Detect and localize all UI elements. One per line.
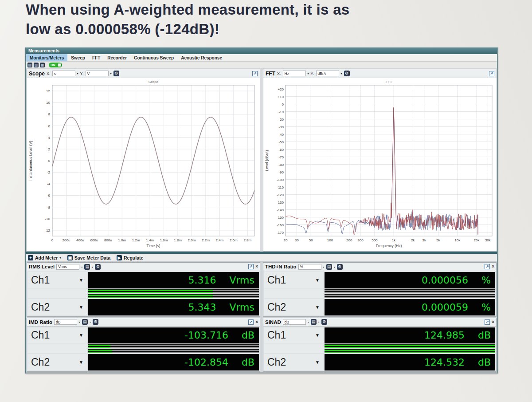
icon-toolbar: ▤ ▥ ▦ ON <box>26 62 497 69</box>
fft-settings-gear-icon[interactable]: ⚙ <box>344 71 350 76</box>
fft-x-caret-icon[interactable]: ▾ <box>308 72 309 75</box>
measurements-window: Measurements Monitors/Meters Sweep FFT R… <box>25 47 498 374</box>
unit-caret-icon[interactable]: ▾ <box>81 265 82 268</box>
svg-text:400u: 400u <box>76 238 84 242</box>
gear-icon[interactable]: ⚙ <box>93 319 98 325</box>
gear-icon[interactable]: ⚙ <box>337 264 343 270</box>
svg-text:-170: -170 <box>277 231 284 235</box>
chevron-down-icon: ▼ <box>315 333 320 338</box>
channel-selector-ch2[interactable]: Ch2 ▼ <box>264 354 324 370</box>
regulate-button[interactable]: ▶ Regulate <box>117 255 143 260</box>
scale-caret-icon[interactable]: ▾ <box>90 320 91 323</box>
channel-selector-ch1[interactable]: Ch1 ▼ <box>28 327 87 344</box>
export-icon[interactable]: ↗ <box>248 319 254 325</box>
export-icon[interactable]: ↗ <box>248 264 254 269</box>
layout-swap-icon[interactable]: ▦ <box>40 63 45 67</box>
fft-y-caret-icon[interactable]: ▾ <box>341 72 342 75</box>
svg-text:-30: -30 <box>278 125 284 129</box>
meter-panel-rms-level: RMS Level Vrms ▾ ▤ ▾ ⚙ ↗ × Ch1 ▼ 5.316 <box>27 262 260 317</box>
unit-caret-icon[interactable]: ▾ <box>79 320 80 323</box>
svg-text:-2: -2 <box>47 170 51 174</box>
chevron-down-icon: ▼ <box>315 360 320 365</box>
unit-dropdown[interactable]: dB <box>283 319 306 325</box>
svg-text:30k: 30k <box>485 238 491 242</box>
meter-header: RMS Level Vrms ▾ ▤ ▾ ⚙ ↗ × <box>27 263 260 271</box>
meter-body: Ch1 ▼ 0.000056 % <box>263 271 496 316</box>
svg-text:20: 20 <box>284 238 288 242</box>
unit-dropdown[interactable]: Vrms <box>56 264 79 270</box>
meter-name: SINAD <box>265 319 281 325</box>
channel-selector-ch1[interactable]: Ch1 ▼ <box>28 272 87 288</box>
scale-caret-icon[interactable]: ▾ <box>318 320 320 323</box>
scale-caret-icon[interactable]: ▾ <box>92 265 93 268</box>
toggle-knob <box>57 63 62 67</box>
tab-recorder[interactable]: Recorder <box>104 54 130 61</box>
channel-selector-ch1[interactable]: Ch1 ▼ <box>264 327 324 344</box>
add-meter-button[interactable]: + Add Meter ▾ <box>28 255 61 260</box>
level-bar-ch1 <box>88 344 259 348</box>
tab-sweep[interactable]: Sweep <box>67 54 89 61</box>
chevron-down-icon: ▼ <box>315 278 320 283</box>
fft-y-unit-dropdown[interactable]: dBrA <box>316 71 339 76</box>
unit-caret-icon[interactable]: ▾ <box>308 320 309 323</box>
gear-icon[interactable]: ⚙ <box>95 264 101 270</box>
svg-text:50: 50 <box>309 238 313 242</box>
scale-caret-icon[interactable]: ▾ <box>334 265 335 268</box>
scope-x-unit-dropdown[interactable]: s <box>52 71 75 76</box>
scale-icon[interactable]: ▤ <box>84 264 90 270</box>
add-meter-caret-icon: ▾ <box>59 256 61 260</box>
scope-x-label: X: <box>47 71 51 76</box>
gear-icon[interactable]: ⚙ <box>321 319 327 325</box>
bar-fill <box>88 345 110 348</box>
export-icon[interactable]: ↗ <box>485 319 490 325</box>
svg-text:Instantaneous Level (V): Instantaneous Level (V) <box>28 141 33 181</box>
close-icon[interactable]: × <box>492 319 494 325</box>
scope-y-unit-dropdown[interactable]: V <box>86 71 109 76</box>
tab-monitors-meters[interactable]: Monitors/Meters <box>26 54 67 61</box>
svg-text:300: 300 <box>357 238 364 242</box>
scope-y-caret-icon[interactable]: ▾ <box>110 72 112 75</box>
svg-text:Time (s): Time (s) <box>147 244 160 248</box>
scale-icon[interactable]: ▤ <box>311 319 317 325</box>
tab-acoustic-response[interactable]: Acoustic Response <box>177 54 226 61</box>
lcd-display-ch1: 5.316 Vrms <box>88 272 259 288</box>
svg-text:20k: 20k <box>474 238 480 242</box>
scope-export-icon[interactable]: ↗ <box>252 71 258 76</box>
close-icon[interactable]: × <box>255 319 258 325</box>
layout-split-icon[interactable]: ▥ <box>34 63 39 67</box>
channel-selector-ch2[interactable]: Ch2 ▼ <box>264 299 324 315</box>
fft-title: FFT <box>266 71 275 77</box>
spacer <box>28 344 87 353</box>
svg-text:30: 30 <box>295 238 299 242</box>
scale-icon[interactable]: ▤ <box>82 319 88 325</box>
close-icon[interactable]: × <box>492 264 494 269</box>
channel-selector-ch2[interactable]: Ch2 ▼ <box>28 299 87 315</box>
fft-x-unit-dropdown[interactable]: Hz <box>283 71 306 76</box>
tab-continuous-sweep[interactable]: Continuous Sweep <box>130 54 177 61</box>
svg-text:1.4m: 1.4m <box>146 238 154 242</box>
fft-export-icon[interactable]: ↗ <box>489 71 494 76</box>
toggle-label: ON <box>49 63 55 67</box>
channel-selector-ch2[interactable]: Ch2 ▼ <box>28 354 87 370</box>
scale-icon[interactable]: ▤ <box>326 264 332 270</box>
unit-caret-icon[interactable]: ▾ <box>323 265 325 268</box>
save-meter-data-button[interactable]: ▣ Save Meter Data <box>67 255 110 260</box>
svg-text:-130: -130 <box>277 201 284 205</box>
svg-text:800u: 800u <box>104 238 112 242</box>
lcd-display-ch2: -102.854 dB <box>88 354 259 370</box>
layout-grid-icon[interactable]: ▤ <box>27 63 32 67</box>
svg-text:+10: +10 <box>278 95 284 99</box>
window-titlebar: Measurements <box>26 47 497 54</box>
level-bar-ch2 <box>88 349 259 353</box>
scope-settings-gear-icon[interactable]: ⚙ <box>113 71 119 76</box>
unit-dropdown[interactable]: dB <box>54 319 77 325</box>
scope-x-caret-icon[interactable]: ▾ <box>77 72 78 75</box>
unit-dropdown[interactable]: % <box>298 264 321 270</box>
export-icon[interactable]: ↗ <box>485 264 490 269</box>
tab-fft[interactable]: FFT <box>89 54 104 61</box>
close-icon[interactable]: × <box>255 264 258 269</box>
svg-text:3k: 3k <box>422 238 426 242</box>
generator-on-toggle[interactable]: ON <box>49 63 62 67</box>
channel-selector-ch1[interactable]: Ch1 ▼ <box>264 272 324 288</box>
lcd-display-ch1: -103.716 dB <box>88 327 259 344</box>
